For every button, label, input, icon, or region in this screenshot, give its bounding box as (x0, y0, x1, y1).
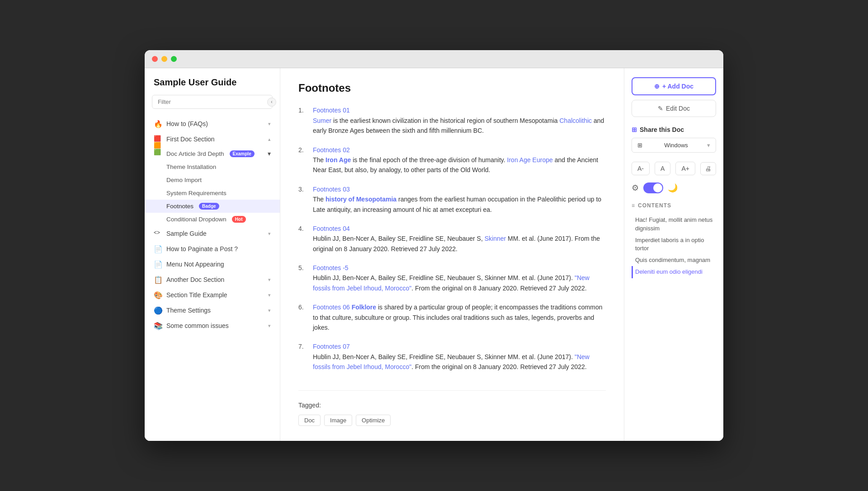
main-content: Footnotes 1. Footnotes 01 Sumer is the e… (280, 68, 624, 440)
sidebar-item-label: Sample Guide (166, 230, 264, 237)
chevron-down-icon: ▾ (268, 292, 271, 298)
sidebar: Sample User Guide ‹ 🔥 How to (FAQs) ▾ 🟥🟧… (145, 68, 280, 440)
contents-item[interactable]: Hac! Fugiat, mollit anim netus dignissim (632, 214, 716, 234)
contents-item[interactable]: Imperdiet laboris a in optio tortor (632, 234, 716, 254)
sidebar-item-sample-guide[interactable]: <> Sample Guide ▾ (145, 226, 280, 241)
skinner-link[interactable]: Skinner (485, 235, 506, 242)
history-mesopotamia-link[interactable]: history of Mesopotamia (326, 196, 396, 203)
sidebar-item-another-doc[interactable]: 📋 Another Doc Section ▾ (145, 272, 280, 287)
sub-nav-first-doc: Doc Article 3rd Depth Example ▾ Theme In… (145, 147, 280, 226)
new-fossils-link-7[interactable]: "New fossils from Jebel Irhoud, Morocco" (313, 353, 590, 370)
sidebar-item-label: Some common issues (166, 322, 264, 329)
sidebar-item-menu-not-appearing[interactable]: 📄 Menu Not Appearing (145, 257, 280, 272)
windows-icon: ⊞ (637, 142, 642, 149)
tag-image[interactable]: Image (324, 415, 352, 426)
os-label: Windows (664, 142, 688, 149)
footnote-item: 7. Footnotes 07 Hublin JJ, Ben-Ncer A, B… (298, 341, 606, 372)
sub-item-label: Theme Installation (166, 164, 216, 170)
maximize-button[interactable] (171, 56, 177, 62)
sidebar-item-theme-installation[interactable]: Theme Installation (145, 160, 280, 173)
footnote-number: 5. (298, 263, 307, 293)
close-button[interactable] (152, 56, 158, 62)
footnote-item: 2. Footnotes 02 The Iron Age is the fina… (298, 145, 606, 175)
contents-header: ≡ CONTENTS (632, 202, 716, 209)
chevron-down-icon: ▾ (268, 308, 271, 313)
sample-guide-icon: <> (154, 229, 162, 238)
app-window: Sample User Guide ‹ 🔥 How to (FAQs) ▾ 🟥🟧… (145, 50, 723, 440)
example-badge: Example (230, 150, 255, 157)
chalcolithic-link[interactable]: Chalcolithic (560, 117, 592, 124)
share-icon: ⊞ (632, 126, 637, 133)
sidebar-item-footnotes[interactable]: Footnotes Badge (145, 200, 280, 213)
chevron-down-icon: ▾ (707, 142, 710, 149)
page-title: Footnotes (298, 82, 606, 94)
font-normal-button[interactable]: A (655, 162, 670, 175)
new-fossils-link-5[interactable]: "New fossils from Jebel Irhoud, Morocco" (313, 274, 590, 291)
add-doc-button[interactable]: ⊕ + Add Doc (632, 77, 716, 95)
minimize-button[interactable] (161, 56, 167, 62)
iron-age-europe-link[interactable]: Iron Age Europe (507, 156, 553, 164)
footnote-link[interactable]: Footnotes 04 (313, 225, 350, 232)
menu-icon: 📄 (154, 260, 162, 268)
sidebar-item-how-to[interactable]: 🔥 How to (FAQs) ▾ (145, 116, 280, 131)
sidebar-item-first-doc[interactable]: 🟥🟧🟩 First Doc Section ▴ (145, 131, 280, 147)
footnote-link[interactable]: Footnotes 06 (313, 304, 350, 311)
sidebar-filter-container: ‹ (152, 95, 273, 109)
folklore-link[interactable]: Folklore (352, 304, 376, 311)
contents-item[interactable]: Quis condimentum, magnam (632, 254, 716, 266)
sidebar-item-doc-article[interactable]: Doc Article 3rd Depth Example ▾ (145, 147, 280, 160)
sidebar-item-common-issues[interactable]: 📚 Some common issues ▾ (145, 318, 280, 333)
tag-optimize[interactable]: Optimize (356, 415, 391, 426)
footnote-item: 3. Footnotes 03 The history of Mesopotam… (298, 184, 606, 215)
sidebar-item-system-requirements[interactable]: System Requirements (145, 187, 280, 200)
theme-settings-icon: 🔵 (154, 306, 162, 314)
sidebar-collapse-button[interactable]: ‹ (267, 98, 276, 107)
footnote-link[interactable]: Footnotes 01 (313, 107, 350, 114)
gear-button[interactable]: ⚙ (632, 183, 639, 193)
tagged-label: Tagged: (298, 402, 606, 409)
dark-mode-toggle[interactable] (643, 182, 663, 193)
right-panel: ⊕ + Add Doc ✎ Edit Doc ⊞ Share this Doc … (624, 68, 723, 440)
another-doc-icon: 📋 (154, 276, 162, 284)
titlebar (145, 50, 723, 68)
font-smaller-button[interactable]: A- (632, 162, 650, 175)
chevron-down-icon: ▾ (268, 277, 271, 283)
common-issues-icon: 📚 (154, 322, 162, 330)
contents-section: ≡ CONTENTS Hac! Fugiat, mollit anim netu… (632, 202, 716, 278)
font-larger-button[interactable]: A+ (675, 162, 695, 175)
iron-age-link[interactable]: Iron Age (326, 156, 351, 164)
edit-doc-button[interactable]: ✎ Edit Doc (632, 100, 716, 117)
edit-icon: ✎ (658, 105, 663, 112)
sidebar-item-demo-import[interactable]: Demo Import (145, 173, 280, 187)
tag-doc[interactable]: Doc (298, 415, 321, 426)
chevron-down-icon: ▾ (268, 231, 271, 237)
font-controls: A- A A+ 🖨 (632, 162, 716, 175)
sidebar-item-label: First Doc Section (166, 136, 264, 143)
paginate-icon: 📄 (154, 245, 162, 253)
footnote-body: Footnotes -5 Hublin JJ, Ben-Ncer A, Bail… (313, 263, 606, 293)
footnote-link[interactable]: Footnotes -5 (313, 264, 349, 271)
sidebar-item-paginate[interactable]: 📄 How to Paginate a Post ? (145, 241, 280, 257)
sidebar-item-label: Theme Settings (166, 307, 264, 314)
tagged-section: Tagged: Doc Image Optimize (298, 390, 606, 427)
sumer-link[interactable]: Sumer (313, 117, 331, 124)
footnote-number: 7. (298, 341, 307, 372)
footnote-number: 1. (298, 105, 307, 136)
sidebar-item-section-title[interactable]: 🎨 Section Title Example ▾ (145, 287, 280, 303)
footnote-item: 4. Footnotes 04 Hublin JJ, Ben-Ncer A, B… (298, 224, 606, 254)
chevron-down-icon: ▾ (268, 150, 271, 157)
footnote-link[interactable]: Footnotes 03 (313, 186, 350, 193)
filter-input[interactable] (152, 95, 273, 109)
share-section: ⊞ Share this Doc ⊞ Windows ▾ (632, 126, 716, 153)
footnote-link[interactable]: Footnotes 07 (313, 343, 350, 350)
footnote-body: Footnotes 06 Folklore is shared by a par… (313, 302, 606, 332)
print-button[interactable]: 🖨 (700, 162, 716, 175)
sidebar-item-theme-settings[interactable]: 🔵 Theme Settings ▾ (145, 303, 280, 318)
footnote-body: Footnotes 04 Hublin JJ, Ben-Ncer A, Bail… (313, 224, 606, 254)
footnote-body: Footnotes 01 Sumer is the earliest known… (313, 105, 606, 136)
os-select[interactable]: ⊞ Windows ▾ (632, 138, 716, 153)
contents-item-active[interactable]: Deleniti eum odio eligendi (632, 266, 716, 278)
footnote-link[interactable]: Footnotes 02 (313, 146, 350, 154)
footnote-item: 6. Footnotes 06 Folklore is shared by a … (298, 302, 606, 332)
sidebar-item-conditional-dropdown[interactable]: Conditional Dropdown Hot (145, 213, 280, 226)
